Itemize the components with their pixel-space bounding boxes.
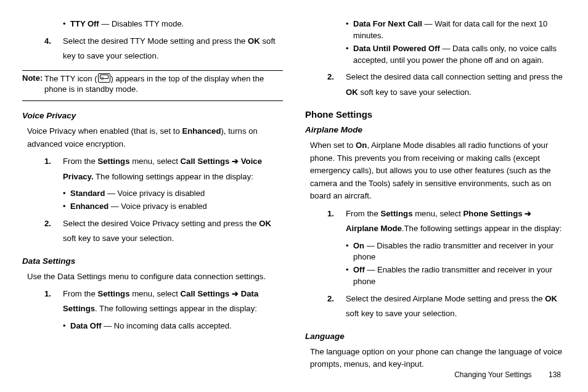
voice-privacy-heading: Voice Privacy — [22, 110, 283, 123]
data-settings-intro: Use the Data Settings menu to configure … — [27, 271, 283, 283]
vp-step-2: 2. Select the desired Voice Privacy sett… — [44, 216, 283, 247]
bullet-am-off: • Off — Enables the radio transmitter an… — [346, 264, 566, 288]
bullet-dot: • — [63, 201, 70, 213]
note-tty-icon: Note: The TTY icon () appears in the top… — [22, 73, 283, 95]
bullet-dot: • — [346, 43, 353, 67]
ok-key-label: OK — [346, 88, 358, 97]
t: menu, select — [129, 289, 180, 298]
t: From the — [63, 289, 97, 298]
settings-label: Settings — [97, 157, 129, 166]
vp-intro-a: Voice Privacy when enabled (that is, set… — [27, 126, 182, 136]
tty-off-label: TTY Off — [70, 19, 99, 28]
on-label: On — [353, 241, 364, 250]
enhanced-desc: — Voice privacy is enabled — [108, 202, 207, 211]
ok-key-label: OK — [259, 219, 271, 228]
off-label: Off — [353, 265, 365, 274]
data-off-desc: — No incoming data calls accepted. — [102, 321, 232, 330]
step4-text-a: Select the desired TTY Mode setting and … — [63, 36, 248, 46]
ok-key-label: OK — [248, 36, 260, 46]
call-settings-label: Call Settings — [181, 157, 230, 166]
data-off-label: Data Off — [70, 321, 102, 330]
data-settings-heading: Data Settings — [22, 255, 283, 268]
bullet-dot: • — [346, 240, 353, 264]
footer-section: Changing Your Settings — [454, 370, 531, 379]
bullet-tty-off: • TTY Off — Disables TTY mode. — [63, 18, 283, 30]
vp-step-1: 1. From the Settings menu, select Call S… — [44, 154, 283, 184]
bullet-dot: • — [63, 188, 70, 200]
bullet-dot: • — [63, 321, 70, 332]
settings-label: Settings — [97, 289, 129, 298]
bullet-standard: • Standard — Voice privacy is disabled — [63, 188, 283, 200]
note-rule-top — [22, 70, 283, 71]
t: soft key to save your selection. — [358, 88, 472, 97]
page-columns: • TTY Off — Disables TTY mode. 4. Select… — [22, 17, 566, 374]
ok-key-label: OK — [545, 294, 557, 303]
t: From the — [63, 157, 97, 166]
bullet-enhanced: • Enhanced — Voice privacy is enabled — [63, 201, 283, 213]
step-number: 2. — [44, 216, 63, 247]
bullet-am-on: • On — Disables the radio transmitter an… — [346, 240, 566, 264]
language-heading: Language — [305, 330, 566, 343]
on-desc: — Disables the radio transmitter and rec… — [353, 241, 553, 262]
t: menu, select — [129, 157, 180, 166]
am-step-2: 2. Select the desired Airplane Mode sett… — [327, 292, 566, 322]
standard-label: Standard — [70, 189, 105, 198]
t: The following settings appear in the dis… — [94, 172, 253, 181]
bullet-dot: • — [346, 264, 353, 288]
bullet-dot: • — [346, 18, 353, 42]
arrow-icon: ➔ — [229, 289, 240, 298]
data-pow-label: Data Until Powered Off — [353, 44, 440, 53]
step-number: 1. — [44, 287, 63, 317]
arrow-icon: ➔ — [523, 209, 532, 218]
am-step-1: 1. From the Settings menu, select Phone … — [327, 206, 566, 237]
phone-settings-heading: Phone Settings — [305, 107, 566, 121]
step-number: 1. — [44, 154, 63, 184]
t: soft key to save your selection. — [63, 234, 174, 243]
phone-settings-label: Phone Settings — [463, 209, 523, 218]
note-label: Note: — [22, 73, 44, 95]
bullet-data-off: • Data Off — No incoming data calls acce… — [63, 321, 283, 332]
arrow-icon: ➔ — [229, 157, 240, 166]
note-rule-bottom — [22, 100, 283, 101]
tty-icon — [98, 73, 110, 83]
bullet-data-next-call: • Data For Next Call — Wait for data cal… — [346, 18, 566, 42]
data-next-label: Data For Next Call — [353, 19, 422, 28]
enhanced-label: Enhanced — [70, 202, 108, 211]
page-footer: Changing Your Settings 138 — [454, 369, 561, 381]
step-number: 1. — [327, 206, 346, 237]
voice-privacy-intro: Voice Privacy when enabled (that is, set… — [27, 125, 283, 150]
vp-intro-b: Enhanced — [182, 126, 221, 136]
language-intro: The language option on your phone can ch… — [310, 346, 566, 371]
t: Select the desired data call connection … — [346, 72, 563, 81]
t: menu, select — [412, 209, 463, 218]
tty-off-desc: — Disables TTY mode. — [99, 19, 184, 28]
step-number: 4. — [44, 34, 63, 64]
step-number: 2. — [327, 292, 346, 322]
t: .The following settings appear in the di… — [402, 224, 562, 233]
t: soft key to save your selection. — [346, 309, 457, 318]
airplane-mode-intro: When set to On, Airplane Mode disables a… — [310, 139, 566, 202]
airplane-mode-label: Airplane Mode — [346, 224, 402, 233]
page-number: 138 — [549, 370, 561, 379]
t: Select the desired Voice Privacy setting… — [63, 219, 259, 228]
t: . The following settings appear in the d… — [95, 304, 257, 313]
left-column: • TTY Off — Disables TTY mode. 4. Select… — [22, 17, 283, 374]
settings-label: Settings — [380, 209, 412, 218]
right-column: • Data For Next Call — Wait for data cal… — [305, 17, 566, 374]
ds-step-1: 1. From the Settings menu, select Call S… — [44, 287, 283, 317]
bullet-data-powered-off: • Data Until Powered Off — Data calls on… — [346, 43, 566, 67]
standard-desc: — Voice privacy is disabled — [105, 189, 205, 198]
t: Select the desired Airplane Mode setting… — [346, 294, 545, 303]
note-text-a: The TTY icon ( — [44, 74, 97, 83]
off-desc: — Enables the radio transmitter and rece… — [353, 265, 552, 286]
t: When set to — [310, 141, 356, 150]
ds-step-2: 2. Select the desired data call connecti… — [327, 70, 566, 100]
on-label: On — [356, 141, 367, 150]
bullet-dot: • — [63, 18, 70, 30]
step-4: 4. Select the desired TTY Mode setting a… — [44, 34, 283, 64]
airplane-mode-heading: Airplane Mode — [305, 124, 566, 137]
step-number: 2. — [327, 70, 346, 100]
call-settings-label: Call Settings — [181, 289, 230, 298]
t: From the — [346, 209, 380, 218]
